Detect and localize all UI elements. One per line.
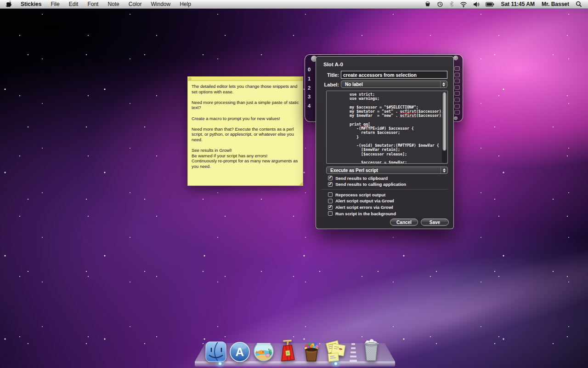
menu-item[interactable]: Stickies [16,0,46,8]
note-text-line: The detailed editor lets you change thos… [192,84,299,89]
menu-clock[interactable]: Sat 11:45 AM [499,1,537,7]
slot-row-number: 1 [308,75,311,84]
slot-right-column [454,66,460,115]
slot-chip[interactable] [454,91,460,96]
checkbox-row[interactable]: Run script in the background [328,211,396,216]
note-resize-handle[interactable] [299,182,303,185]
wifi-icon[interactable] [458,0,469,8]
title-field-label: Title: [318,72,339,78]
bluetooth-icon[interactable] [448,0,455,8]
menu-item[interactable]: Window [146,0,175,8]
slot-chip[interactable] [454,85,460,90]
checkbox[interactable] [328,192,333,197]
candy-jar-icon[interactable] [300,339,323,362]
dock: A [204,335,388,362]
note-text-line: Be warned if your script has any errors! [192,153,299,159]
script-editor[interactable]: use strict;use warnings; my $accessor = … [326,91,448,164]
slot-row-number: 3 [308,92,311,102]
note-text-line: text? [192,105,299,110]
note-text-line [192,121,299,126]
svg-text:A: A [236,345,244,359]
label-popup-label: Label: [318,82,339,87]
finder-icon[interactable] [204,339,227,362]
menu-item[interactable]: Font [83,0,103,8]
note-text-line: Continuously re-prompt for as many new a… [192,158,299,164]
time-machine-icon[interactable] [435,0,445,8]
code-content[interactable]: use strict;use warnings; my $accessor = … [327,92,441,164]
note-text-line: need. [192,137,299,143]
note-text-line: Need more processing than just a simple … [192,100,299,105]
note-text-line: set options with ease. [192,89,299,95]
growl-icon[interactable] [423,0,432,8]
volume-icon[interactable] [472,0,481,8]
note-text-line [192,143,299,148]
dialog-title: Slot A-0 [323,62,343,67]
menu-item[interactable]: Note [103,0,124,8]
slot-row-number: 2 [308,84,311,93]
slots-window-resize-icon[interactable] [454,116,458,120]
checkbox-row[interactable]: Alert script output via Growl [328,198,394,204]
slot-row-number: 4 [308,102,311,111]
note-text-line [192,94,299,100]
spotlight-search-icon[interactable] [574,0,583,8]
note-text-line: Need more than that? Execute the content… [192,126,299,132]
apple-menu[interactable] [0,1,16,8]
slot-chip[interactable] [454,66,460,71]
slot-chip[interactable] [454,73,460,77]
note-text-line: See results in Growl! [192,148,299,153]
note-text-line: Create a macro to prompt you for new val… [192,116,299,121]
checkbox[interactable] [328,199,333,203]
code-scrollbar[interactable] [442,92,447,163]
checkbox-row[interactable]: Send results to clipboard [328,175,388,181]
checkbox-row[interactable]: Alert script errors via Growl [328,205,393,210]
menu-item[interactable]: Color [124,0,147,8]
sticky-note-window[interactable]: The detailed editor lets you change thos… [187,76,303,186]
menu-item[interactable]: File [46,0,64,8]
dialog-divider [322,189,448,190]
slot-row-number: 0 [308,65,311,75]
save-button[interactable]: Save [421,218,449,226]
note-collapse-icon[interactable] [300,77,302,80]
firecracker-icon[interactable] [276,339,299,362]
cancel-button[interactable]: Cancel [390,218,418,226]
note-text-line [192,110,299,116]
note-close-icon[interactable] [189,78,191,80]
slots-window-gear-icon[interactable] [453,56,458,60]
execute-mode-popup[interactable]: Execute as Perl script [326,167,448,174]
checkbox[interactable] [328,205,333,210]
app-store-icon[interactable]: A [228,339,251,362]
checkbox[interactable] [328,182,333,187]
stickies-running-indicator [333,362,339,365]
popup-stepper-icon [440,81,447,87]
note-text-line: you need. [192,164,299,169]
menu-bar: Stickies File Edit Font Note Color Windo… [0,0,588,9]
menu-item[interactable]: Help [175,0,196,8]
code-scrollbar-thumb[interactable] [442,92,447,151]
slot-chip[interactable] [454,110,460,115]
finder-running-indicator [217,362,223,365]
apple-logo-icon [6,1,12,8]
checkbox-row[interactable]: Reprocess script output [328,192,385,197]
slot-number-column: 0 1 2 3 4 [308,65,311,111]
menu-item[interactable]: Edit [64,0,83,8]
slot-chip[interactable] [454,79,460,83]
slot-editor-dialog: Slot A-0 Title: Label: No label use stri… [316,56,454,229]
checkbox-row[interactable]: Send results to calling application [328,182,406,187]
trash-icon[interactable] [360,339,383,362]
title-input[interactable] [341,71,447,79]
battery-icon[interactable] [484,0,496,8]
slot-chip[interactable] [454,98,460,102]
sticky-note-text[interactable]: The detailed editor lets you change thos… [188,81,303,169]
sticky-note-titlebar[interactable] [188,77,303,81]
stickies-icon[interactable] [324,339,347,362]
checkbox[interactable] [328,211,333,216]
checkbox[interactable] [328,176,333,180]
popup-stepper-icon [441,167,447,173]
fishbowl-icon[interactable] [252,339,275,362]
note-text-line: script, or python, or applescript, or wh… [192,132,299,137]
label-popup-button[interactable]: No label [341,80,447,88]
user-menu[interactable]: Mr. Basset [540,1,571,7]
dock-divider [347,341,359,362]
slot-chip[interactable] [454,104,460,109]
